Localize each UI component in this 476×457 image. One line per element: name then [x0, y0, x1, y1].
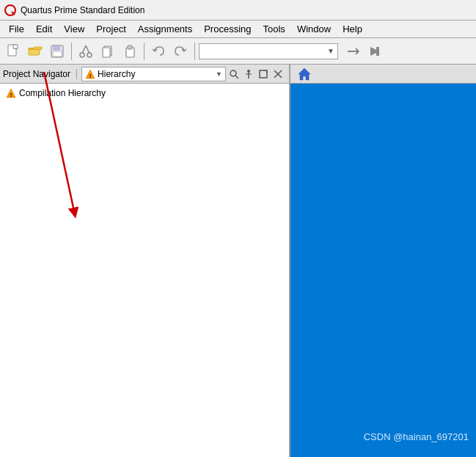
svg-rect-6 [54, 45, 59, 50]
svg-text:!: ! [10, 92, 12, 98]
stop-icon [367, 43, 383, 59]
svg-line-11 [86, 45, 89, 54]
compilation-hierarchy-item[interactable]: ! Compilation Hierarchy [3, 87, 286, 100]
svg-line-1 [12, 12, 15, 15]
menu-window[interactable]: Window [291, 21, 337, 37]
undo-button[interactable] [148, 41, 169, 62]
redo-icon [173, 44, 188, 59]
menu-file[interactable]: File [3, 21, 30, 37]
menu-view[interactable]: View [58, 21, 90, 37]
close-icon [273, 69, 283, 79]
menu-project[interactable]: Project [90, 21, 131, 37]
toolbar: ▼ [0, 38, 476, 65]
panel-title: Project Navigator [3, 69, 77, 79]
compile-button[interactable] [343, 41, 363, 62]
toolbar-separator-3 [194, 43, 195, 60]
pin-panel-button[interactable] [242, 67, 255, 81]
svg-rect-15 [128, 45, 132, 49]
svg-point-23 [230, 70, 236, 76]
stop-button[interactable] [365, 41, 385, 62]
app-title: Quartus Prime Standard Edition [21, 5, 144, 15]
svg-line-10 [82, 45, 86, 54]
home-icon [297, 67, 312, 81]
svg-rect-20 [376, 47, 379, 56]
save-icon [50, 44, 65, 59]
save-button[interactable] [47, 41, 67, 62]
menu-processing[interactable]: Processing [198, 21, 257, 37]
copy-icon [100, 44, 115, 59]
tab-label: Hierarchy [98, 69, 135, 79]
svg-rect-28 [260, 70, 267, 78]
search-panel-button[interactable] [227, 67, 241, 81]
search-icon [229, 69, 239, 79]
menu-tools[interactable]: Tools [257, 21, 291, 37]
left-panel: Project Navigator ! Hierarchy ▼ [0, 65, 290, 457]
copy-button[interactable] [98, 41, 118, 62]
warning-icon: ! [85, 69, 95, 79]
svg-rect-13 [103, 48, 110, 57]
tab-arrow-icon: ▼ [216, 70, 222, 78]
hierarchy-tab-select[interactable]: ! Hierarchy ▼ [81, 67, 226, 81]
hierarchy-warning-icon: ! [6, 88, 16, 98]
cut-button[interactable] [76, 41, 96, 62]
paste-button[interactable] [120, 41, 140, 62]
right-panel-content: CSDN @hainan_697201 [290, 84, 476, 457]
panel-header: Project Navigator ! Hierarchy ▼ [0, 65, 289, 84]
right-panel-header [290, 65, 476, 84]
home-button[interactable] [295, 65, 314, 84]
svg-text:!: ! [89, 73, 92, 79]
panel-toolbar [226, 67, 286, 81]
close-panel-button[interactable] [271, 67, 285, 81]
maximize-panel-button[interactable] [257, 67, 270, 81]
menu-edit[interactable]: Edit [30, 21, 58, 37]
paste-icon [122, 44, 137, 59]
undo-icon [151, 44, 166, 59]
pin-icon [244, 69, 254, 79]
watermark-text: CSDN @hainan_697201 [364, 431, 469, 442]
target-device-dropdown[interactable]: ▼ [199, 43, 338, 59]
svg-line-24 [235, 76, 238, 78]
menu-bar: File Edit View Project Assignments Proce… [0, 21, 476, 38]
svg-rect-3 [13, 45, 18, 48]
title-bar: Quartus Prime Standard Edition [0, 0, 476, 21]
maximize-icon [258, 69, 268, 79]
compile-icon [345, 43, 361, 59]
right-panel: CSDN @hainan_697201 [290, 65, 476, 457]
redo-button[interactable] [170, 41, 191, 62]
compilation-hierarchy-label: Compilation Hierarchy [19, 88, 106, 98]
menu-help[interactable]: Help [337, 21, 368, 37]
new-file-button[interactable] [3, 41, 23, 62]
toolbar-separator-1 [71, 43, 72, 60]
panel-content: ! Compilation Hierarchy [0, 84, 289, 457]
cut-icon [78, 44, 93, 59]
dropdown-arrow-icon: ▼ [327, 47, 334, 55]
new-file-icon [6, 44, 21, 59]
toolbar-separator-2 [144, 43, 144, 60]
app-icon [4, 4, 16, 16]
open-file-button[interactable] [25, 41, 45, 62]
menu-assignments[interactable]: Assignments [132, 21, 198, 37]
svg-marker-35 [299, 68, 310, 80]
open-folder-icon [28, 44, 43, 59]
svg-rect-7 [53, 51, 62, 56]
svg-point-25 [247, 70, 250, 73]
main-area: Project Navigator ! Hierarchy ▼ [0, 65, 476, 457]
